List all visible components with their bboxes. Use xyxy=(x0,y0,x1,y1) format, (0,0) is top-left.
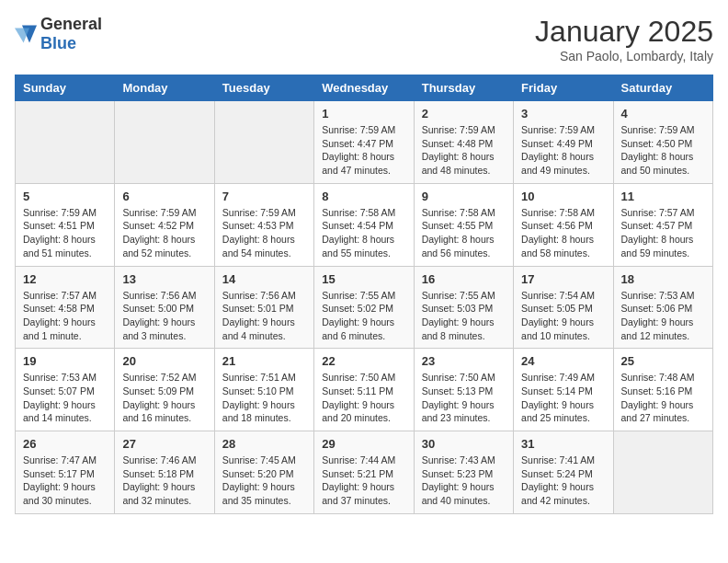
logo-general: General xyxy=(40,15,102,33)
calendar-day-cell: 22Sunrise: 7:50 AMSunset: 5:11 PMDayligh… xyxy=(314,349,414,431)
calendar-day-cell: 6Sunrise: 7:59 AMSunset: 4:52 PMDaylight… xyxy=(115,183,214,266)
day-info: Sunrise: 7:50 AMSunset: 5:11 PMDaylight:… xyxy=(322,371,405,425)
calendar-week-row: 26Sunrise: 7:47 AMSunset: 5:17 PMDayligh… xyxy=(16,431,713,514)
day-info: Sunrise: 7:43 AMSunset: 5:23 PMDaylight:… xyxy=(422,454,506,508)
day-info: Sunrise: 7:50 AMSunset: 5:13 PMDaylight:… xyxy=(422,371,506,425)
calendar-title: January 2025 xyxy=(535,15,713,49)
calendar-subtitle: San Paolo, Lombardy, Italy xyxy=(535,49,713,63)
calendar-day-cell xyxy=(16,101,115,184)
weekday-header: Wednesday xyxy=(314,75,414,101)
day-info: Sunrise: 7:58 AMSunset: 4:55 PMDaylight:… xyxy=(422,206,506,260)
day-info: Sunrise: 7:51 AMSunset: 5:10 PMDaylight:… xyxy=(222,371,306,425)
day-number: 4 xyxy=(621,107,705,121)
calendar-day-cell: 30Sunrise: 7:43 AMSunset: 5:23 PMDayligh… xyxy=(414,431,513,514)
calendar-day-cell: 2Sunrise: 7:59 AMSunset: 4:48 PMDaylight… xyxy=(414,101,513,184)
day-number: 27 xyxy=(122,437,206,451)
day-number: 10 xyxy=(521,190,605,203)
day-number: 2 xyxy=(422,107,506,121)
calendar-day-cell: 16Sunrise: 7:55 AMSunset: 5:03 PMDayligh… xyxy=(414,266,513,349)
day-info: Sunrise: 7:48 AMSunset: 5:16 PMDaylight:… xyxy=(621,371,705,425)
calendar-day-cell: 26Sunrise: 7:47 AMSunset: 5:17 PMDayligh… xyxy=(16,431,115,514)
weekday-header: Saturday xyxy=(613,75,712,101)
day-number: 17 xyxy=(521,272,605,286)
calendar-day-cell: 19Sunrise: 7:53 AMSunset: 5:07 PMDayligh… xyxy=(16,349,115,431)
day-info: Sunrise: 7:53 AMSunset: 5:06 PMDaylight:… xyxy=(621,289,705,343)
day-number: 30 xyxy=(422,437,506,451)
logo: General Blue xyxy=(15,15,102,53)
day-number: 14 xyxy=(222,272,306,286)
calendar-week-row: 12Sunrise: 7:57 AMSunset: 4:58 PMDayligh… xyxy=(16,266,713,349)
logo-icon xyxy=(15,25,37,43)
day-number: 1 xyxy=(322,107,405,121)
logo-text: General Blue xyxy=(40,15,102,53)
day-info: Sunrise: 7:59 AMSunset: 4:51 PMDaylight:… xyxy=(23,206,107,260)
calendar-day-cell: 17Sunrise: 7:54 AMSunset: 5:05 PMDayligh… xyxy=(514,266,613,349)
weekday-header: Sunday xyxy=(16,75,115,101)
weekday-header: Thursday xyxy=(414,75,513,101)
calendar-day-cell: 3Sunrise: 7:59 AMSunset: 4:49 PMDaylight… xyxy=(514,101,613,184)
calendar-day-cell: 29Sunrise: 7:44 AMSunset: 5:21 PMDayligh… xyxy=(314,431,414,514)
calendar-day-cell: 28Sunrise: 7:45 AMSunset: 5:20 PMDayligh… xyxy=(214,431,313,514)
calendar-day-cell: 18Sunrise: 7:53 AMSunset: 5:06 PMDayligh… xyxy=(613,266,712,349)
day-number: 8 xyxy=(322,190,405,203)
calendar-day-cell: 31Sunrise: 7:41 AMSunset: 5:24 PMDayligh… xyxy=(514,431,613,514)
calendar-table: SundayMondayTuesdayWednesdayThursdayFrid… xyxy=(15,75,713,514)
day-number: 13 xyxy=(122,272,206,286)
day-info: Sunrise: 7:41 AMSunset: 5:24 PMDaylight:… xyxy=(521,454,605,508)
day-info: Sunrise: 7:55 AMSunset: 5:03 PMDaylight:… xyxy=(422,289,506,343)
calendar-day-cell: 20Sunrise: 7:52 AMSunset: 5:09 PMDayligh… xyxy=(115,349,214,431)
calendar-day-cell xyxy=(613,431,712,514)
calendar-week-row: 1Sunrise: 7:59 AMSunset: 4:47 PMDaylight… xyxy=(16,101,713,184)
calendar-day-cell xyxy=(214,101,313,184)
calendar-day-cell: 5Sunrise: 7:59 AMSunset: 4:51 PMDaylight… xyxy=(16,183,115,266)
day-info: Sunrise: 7:53 AMSunset: 5:07 PMDaylight:… xyxy=(23,371,107,425)
day-number: 23 xyxy=(422,354,506,368)
logo-blue: Blue xyxy=(40,34,76,52)
day-number: 15 xyxy=(322,272,405,286)
day-number: 19 xyxy=(23,354,107,368)
calendar-day-cell: 12Sunrise: 7:57 AMSunset: 4:58 PMDayligh… xyxy=(16,266,115,349)
calendar-day-cell: 4Sunrise: 7:59 AMSunset: 4:50 PMDaylight… xyxy=(613,101,712,184)
calendar-day-cell xyxy=(115,101,214,184)
weekday-header: Tuesday xyxy=(214,75,313,101)
day-info: Sunrise: 7:57 AMSunset: 4:58 PMDaylight:… xyxy=(23,289,107,343)
day-number: 21 xyxy=(222,354,306,368)
day-info: Sunrise: 7:59 AMSunset: 4:52 PMDaylight:… xyxy=(122,206,206,260)
calendar-day-cell: 13Sunrise: 7:56 AMSunset: 5:00 PMDayligh… xyxy=(115,266,214,349)
day-info: Sunrise: 7:59 AMSunset: 4:49 PMDaylight:… xyxy=(521,123,605,178)
weekday-header: Monday xyxy=(115,75,214,101)
day-number: 31 xyxy=(521,437,605,451)
weekday-header: Friday xyxy=(514,75,613,101)
day-info: Sunrise: 7:56 AMSunset: 5:00 PMDaylight:… xyxy=(122,289,206,343)
calendar-day-cell: 24Sunrise: 7:49 AMSunset: 5:14 PMDayligh… xyxy=(514,349,613,431)
day-number: 22 xyxy=(322,354,405,368)
day-info: Sunrise: 7:45 AMSunset: 5:20 PMDaylight:… xyxy=(222,454,306,508)
day-info: Sunrise: 7:59 AMSunset: 4:48 PMDaylight:… xyxy=(422,123,506,178)
weekday-header-row: SundayMondayTuesdayWednesdayThursdayFrid… xyxy=(16,75,713,101)
calendar-day-cell: 1Sunrise: 7:59 AMSunset: 4:47 PMDaylight… xyxy=(314,101,414,184)
day-number: 3 xyxy=(521,107,605,121)
day-info: Sunrise: 7:47 AMSunset: 5:17 PMDaylight:… xyxy=(23,454,107,508)
calendar-week-row: 19Sunrise: 7:53 AMSunset: 5:07 PMDayligh… xyxy=(16,349,713,431)
calendar-day-cell: 9Sunrise: 7:58 AMSunset: 4:55 PMDaylight… xyxy=(414,183,513,266)
day-number: 25 xyxy=(621,354,705,368)
day-number: 29 xyxy=(322,437,405,451)
day-number: 5 xyxy=(23,190,107,203)
day-number: 24 xyxy=(521,354,605,368)
day-number: 18 xyxy=(621,272,705,286)
day-info: Sunrise: 7:58 AMSunset: 4:54 PMDaylight:… xyxy=(322,206,405,260)
day-number: 6 xyxy=(122,190,206,203)
calendar-day-cell: 11Sunrise: 7:57 AMSunset: 4:57 PMDayligh… xyxy=(613,183,712,266)
page-header: General Blue January 2025 San Paolo, Lom… xyxy=(15,15,713,63)
day-info: Sunrise: 7:55 AMSunset: 5:02 PMDaylight:… xyxy=(322,289,405,343)
title-section: January 2025 San Paolo, Lombardy, Italy xyxy=(535,15,713,63)
day-info: Sunrise: 7:58 AMSunset: 4:56 PMDaylight:… xyxy=(521,206,605,260)
calendar-day-cell: 23Sunrise: 7:50 AMSunset: 5:13 PMDayligh… xyxy=(414,349,513,431)
day-number: 11 xyxy=(621,190,705,203)
day-info: Sunrise: 7:56 AMSunset: 5:01 PMDaylight:… xyxy=(222,289,306,343)
day-info: Sunrise: 7:57 AMSunset: 4:57 PMDaylight:… xyxy=(621,206,705,260)
calendar-day-cell: 8Sunrise: 7:58 AMSunset: 4:54 PMDaylight… xyxy=(314,183,414,266)
day-info: Sunrise: 7:46 AMSunset: 5:18 PMDaylight:… xyxy=(122,454,206,508)
day-number: 9 xyxy=(422,190,506,203)
day-info: Sunrise: 7:59 AMSunset: 4:50 PMDaylight:… xyxy=(621,123,705,178)
